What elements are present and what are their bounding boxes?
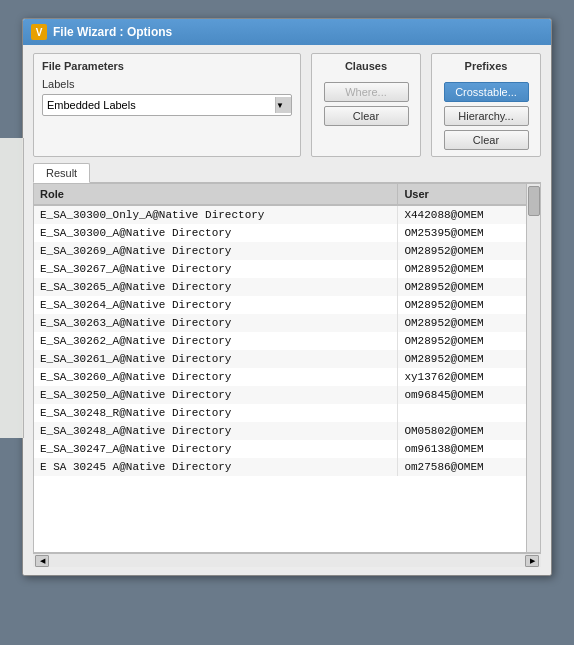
- user-column-header: User: [398, 184, 540, 205]
- table-row: E_SA_30260_A@Native Directoryxy13762@OME…: [34, 368, 540, 386]
- user-cell: OM28952@OMEM: [398, 242, 540, 260]
- role-cell: E_SA_30265_A@Native Directory: [34, 278, 398, 296]
- labels-select[interactable]: Embedded Labels ▼: [42, 94, 292, 116]
- role-cell: E_SA_30248_R@Native Directory: [34, 404, 398, 422]
- where-button[interactable]: Where...: [324, 82, 409, 102]
- prefixes-clear-button[interactable]: Clear: [444, 130, 529, 150]
- user-cell: OM28952@OMEM: [398, 332, 540, 350]
- user-cell: [398, 404, 540, 422]
- table-row: E_SA_30300_Only_A@Native DirectoryX44208…: [34, 205, 540, 224]
- dialog-title: File Wizard : Options: [53, 25, 172, 39]
- table-row: E_SA_30264_A@Native DirectoryOM28952@OME…: [34, 296, 540, 314]
- prefixes-section: Prefixes Crosstable... Hierarchy... Clea…: [431, 53, 541, 157]
- scroll-left-button[interactable]: ◀: [35, 555, 49, 567]
- table-row: E_SA_30300_A@Native DirectoryOM25395@OME…: [34, 224, 540, 242]
- role-cell: E_SA_30263_A@Native Directory: [34, 314, 398, 332]
- file-parameters-section: File Parameters Labels Embedded Labels ▼: [33, 53, 301, 157]
- clauses-title: Clauses: [345, 60, 387, 72]
- table-row: E_SA_30267_A@Native DirectoryOM28952@OME…: [34, 260, 540, 278]
- role-cell: E_SA_30247_A@Native Directory: [34, 440, 398, 458]
- labels-label: Labels: [42, 78, 74, 90]
- background-editor: s[. ;Ju rch Sun day: [0, 138, 24, 438]
- user-cell: xy13762@OMEM: [398, 368, 540, 386]
- table-header: Role User: [34, 184, 540, 205]
- role-cell: E_SA_30300_A@Native Directory: [34, 224, 398, 242]
- hierarchy-button[interactable]: Hierarchy...: [444, 106, 529, 126]
- scroll-right-button[interactable]: ▶: [525, 555, 539, 567]
- user-cell: OM28952@OMEM: [398, 296, 540, 314]
- dropdown-arrow-icon: ▼: [275, 97, 291, 113]
- role-cell: E_SA_30262_A@Native Directory: [34, 332, 398, 350]
- scrollbar-track: [51, 557, 523, 565]
- user-cell: om96138@OMEM: [398, 440, 540, 458]
- crosstable-button[interactable]: Crosstable...: [444, 82, 529, 102]
- role-cell: E SA 30245 A@Native Directory: [34, 458, 398, 476]
- table-row: E_SA_30248_A@Native DirectoryOM05802@OME…: [34, 422, 540, 440]
- result-table-container: Role User E_SA_30300_Only_A@Native Direc…: [33, 183, 541, 553]
- role-cell: E_SA_30260_A@Native Directory: [34, 368, 398, 386]
- user-cell: OM28952@OMEM: [398, 350, 540, 368]
- result-tab[interactable]: Result: [33, 163, 90, 183]
- table-row: E_SA_30265_A@Native DirectoryOM28952@OME…: [34, 278, 540, 296]
- clauses-section: Clauses Where... Clear: [311, 53, 421, 157]
- result-table-body: E_SA_30300_Only_A@Native DirectoryX44208…: [34, 205, 540, 476]
- role-cell: E_SA_30261_A@Native Directory: [34, 350, 398, 368]
- result-table: Role User E_SA_30300_Only_A@Native Direc…: [34, 184, 540, 476]
- prefixes-title: Prefixes: [465, 60, 508, 72]
- table-row: E SA 30245 A@Native Directoryom27586@OME…: [34, 458, 540, 476]
- table-row: E_SA_30247_A@Native Directoryom96138@OME…: [34, 440, 540, 458]
- file-wizard-dialog: V File Wizard : Options File Parameters …: [22, 18, 552, 576]
- dialog-titlebar: V File Wizard : Options: [23, 19, 551, 45]
- user-cell: OM28952@OMEM: [398, 314, 540, 332]
- user-cell: om96845@OMEM: [398, 386, 540, 404]
- user-cell: OM28952@OMEM: [398, 260, 540, 278]
- role-cell: E_SA_30300_Only_A@Native Directory: [34, 205, 398, 224]
- dialog-content: File Parameters Labels Embedded Labels ▼…: [23, 45, 551, 575]
- user-cell: OM05802@OMEM: [398, 422, 540, 440]
- result-tabs: Result: [33, 163, 541, 183]
- table-row: E_SA_30250_A@Native Directoryom96845@OME…: [34, 386, 540, 404]
- scrollbar-thumb[interactable]: [528, 186, 540, 216]
- role-cell: E_SA_30269_A@Native Directory: [34, 242, 398, 260]
- sections-row: File Parameters Labels Embedded Labels ▼…: [33, 53, 541, 157]
- table-row: E_SA_30263_A@Native DirectoryOM28952@OME…: [34, 314, 540, 332]
- horizontal-scrollbar[interactable]: ◀ ▶: [33, 553, 541, 567]
- table-row: E_SA_30269_A@Native DirectoryOM28952@OME…: [34, 242, 540, 260]
- user-cell: OM28952@OMEM: [398, 278, 540, 296]
- labels-row: Labels: [42, 78, 292, 90]
- user-cell: om27586@OMEM: [398, 458, 540, 476]
- table-row: E_SA_30262_A@Native DirectoryOM28952@OME…: [34, 332, 540, 350]
- vertical-scrollbar[interactable]: [526, 184, 540, 552]
- user-cell: X442088@OMEM: [398, 205, 540, 224]
- table-row: E_SA_30261_A@Native DirectoryOM28952@OME…: [34, 350, 540, 368]
- role-cell: E_SA_30250_A@Native Directory: [34, 386, 398, 404]
- role-cell: E_SA_30267_A@Native Directory: [34, 260, 398, 278]
- clauses-clear-button[interactable]: Clear: [324, 106, 409, 126]
- file-parameters-title: File Parameters: [42, 60, 292, 72]
- app-icon: V: [31, 24, 47, 40]
- role-column-header: Role: [34, 184, 398, 205]
- user-cell: OM25395@OMEM: [398, 224, 540, 242]
- table-row: E_SA_30248_R@Native Directory: [34, 404, 540, 422]
- result-section: Result Role User E_SA_30300_Only_A@Nativ…: [33, 163, 541, 567]
- role-cell: E_SA_30248_A@Native Directory: [34, 422, 398, 440]
- role-cell: E_SA_30264_A@Native Directory: [34, 296, 398, 314]
